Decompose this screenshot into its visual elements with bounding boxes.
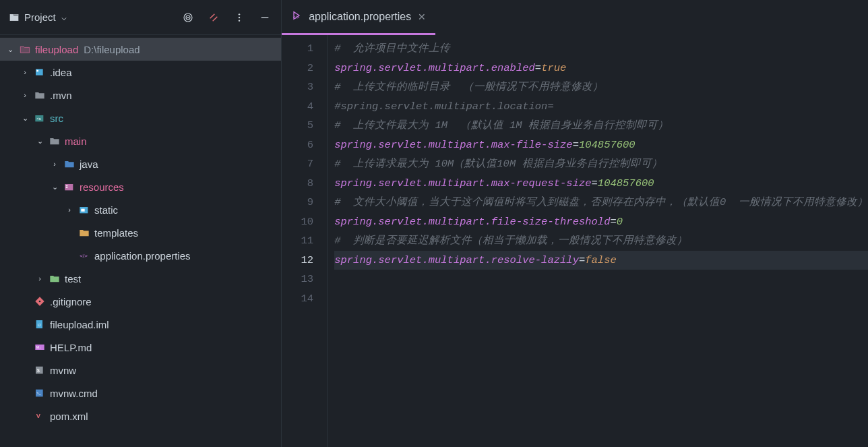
tree-item-label: .gitignore [50,296,92,307]
svg-text:<s: <s [36,117,41,121]
svg-text:V: V [36,413,41,419]
tab-application-properties[interactable]: </> application.properties ✕ [282,0,435,35]
tree-item-java[interactable]: ›java [0,152,281,175]
tree-item-label: templates [94,227,138,239]
folder-gray-icon [49,136,61,146]
collapse-icon[interactable] [207,11,220,24]
tree-item--idea[interactable]: ›.idea [0,61,281,84]
tree-item-resources[interactable]: ⌄resources [0,175,281,198]
minimize-icon[interactable] [258,11,272,24]
code-content[interactable]: # 允许项目中文件上传spring.servlet.multipart.enab… [328,35,868,447]
code-line[interactable]: #spring.servlet.multipart.location= [334,97,868,117]
file-git-icon [34,296,46,307]
folder-test-icon [49,273,61,284]
tree-item-label: resources [80,181,124,193]
svg-text:M↓: M↓ [36,345,41,349]
chevron-down-icon[interactable]: ⌄ [5,45,15,54]
tree-item-static[interactable]: ›static [0,198,281,221]
line-number: 4 [282,97,313,117]
tree-item-label: test [65,273,81,285]
line-number: 7 [282,154,313,174]
line-number: 8 [282,174,313,193]
tree-item-label: HELP.md [50,342,92,353]
line-number: 14 [282,289,313,309]
svg-text:IJ: IJ [38,323,41,327]
tree-item--mvn[interactable]: ›.mvn [0,84,281,107]
line-gutter: 1234567891011121314 [282,35,328,447]
tree-item-help-md[interactable]: ›M↓HELP.md [0,336,281,359]
tree-item--gitignore[interactable]: ›.gitignore [0,290,281,313]
tree-item-label: .idea [50,67,72,78]
chevron-down-icon[interactable]: ⌄ [20,114,30,123]
code-line[interactable] [334,289,868,309]
tree-item-label: mvnw [50,365,76,376]
folder-res-icon [63,181,75,192]
project-folder-icon [8,12,20,23]
code-line[interactable]: spring.servlet.multipart.enabled=true [334,59,868,78]
tree-item-mvnw[interactable]: ›$mvnw [0,359,281,382]
code-line[interactable] [334,270,868,289]
tree-item-src[interactable]: ⌄<ssrc [0,107,281,129]
folder-pink-icon [19,44,31,55]
code-line[interactable]: # 上传文件最大为 1M （默认值 1M 根据自身业务自行控制即可） [334,116,868,136]
svg-rect-9 [36,70,38,72]
editor-area: </> application.properties ✕ 12345678910… [282,0,868,447]
project-label: Project [24,11,56,23]
close-icon[interactable]: ✕ [418,11,426,22]
chevron-right-icon[interactable]: › [20,91,30,99]
svg-text:>_: >_ [36,391,41,395]
file-md-icon: M↓ [34,342,46,353]
svg-point-18 [39,301,41,303]
chevron-right-icon[interactable]: › [35,274,44,282]
tree-item-label: .mvn [50,90,72,101]
tree-item-templates[interactable]: ›templates [0,221,281,244]
chevron-down-icon[interactable]: ⌄ [50,183,59,191]
svg-rect-14 [66,187,68,188]
project-tree: ⌄fileuploadD:\fileupload›.idea›.mvn⌄<ssr… [0,35,281,447]
editor-tabs: </> application.properties ✕ [282,0,868,35]
tree-item-main[interactable]: ⌄main [0,129,281,152]
line-number: 10 [282,212,313,232]
chevron-down-icon [60,13,68,22]
code-line[interactable]: # 上传文件的临时目录 （一般情况下不用特意修改） [334,78,868,97]
tree-item-label: mvnw.cmd [50,388,98,399]
code-line[interactable]: spring.servlet.multipart.file-size-thres… [334,212,868,232]
tree-item-test[interactable]: ›test [0,267,281,290]
code-line[interactable]: # 允许项目中文件上传 [334,39,868,59]
code-line[interactable]: # 上传请求最大为 10M（默认值10M 根据自身业务自行控制即可） [334,154,868,174]
tree-item-path: D:\fileupload [84,44,140,55]
code-line[interactable]: # 文件大小阈值，当大于这个阈值时将写入到磁盘，否则存在内存中，（默认值0 一般… [334,193,868,212]
svg-rect-7 [261,17,269,18]
more-icon[interactable] [232,11,246,24]
code-line[interactable]: spring.servlet.multipart.max-request-siz… [334,174,868,193]
tree-item-pom-xml[interactable]: ›Vpom.xml [0,405,281,427]
folder-yellow-icon [78,227,90,238]
tree-item-application-properties[interactable]: ›</>application.properties [0,244,281,267]
folder-src-icon: <s [34,113,46,123]
svg-text:</>: </> [293,15,300,20]
code-editor[interactable]: 1234567891011121314 # 允许项目中文件上传spring.se… [282,35,868,447]
target-icon[interactable] [181,11,195,24]
line-number: 13 [282,270,313,289]
project-selector[interactable]: Project [5,11,68,23]
folder-gray-icon [34,90,46,100]
chevron-right-icon[interactable]: › [50,160,59,168]
svg-text:$: $ [37,368,40,373]
folder-blue-icon [63,158,75,169]
chevron-down-icon[interactable]: ⌄ [35,137,44,146]
code-line[interactable]: # 判断是否要延迟解析文件（相当于懒加载，一般情况下不用特意修改） [334,231,868,251]
tree-item-fileupload-iml[interactable]: ›IJfileupload.iml [0,313,281,336]
file-props-icon: </> [291,10,302,24]
tree-item-mvnw-cmd[interactable]: ›>_mvnw.cmd [0,382,281,405]
chevron-right-icon[interactable]: › [65,206,74,214]
folder-idea-icon [34,67,46,78]
line-number: 5 [282,116,313,136]
svg-point-6 [239,20,240,21]
tree-item-fileupload[interactable]: ⌄fileuploadD:\fileupload [0,38,281,61]
svg-point-4 [239,13,240,15]
code-line[interactable]: spring.servlet.multipart.max-file-size=1… [334,136,868,155]
tree-item-label: pom.xml [50,411,88,422]
file-cmd-icon: >_ [34,388,46,398]
chevron-right-icon[interactable]: › [20,68,30,76]
code-line[interactable]: spring.servlet.multipart.resolve-lazily=… [334,251,868,270]
